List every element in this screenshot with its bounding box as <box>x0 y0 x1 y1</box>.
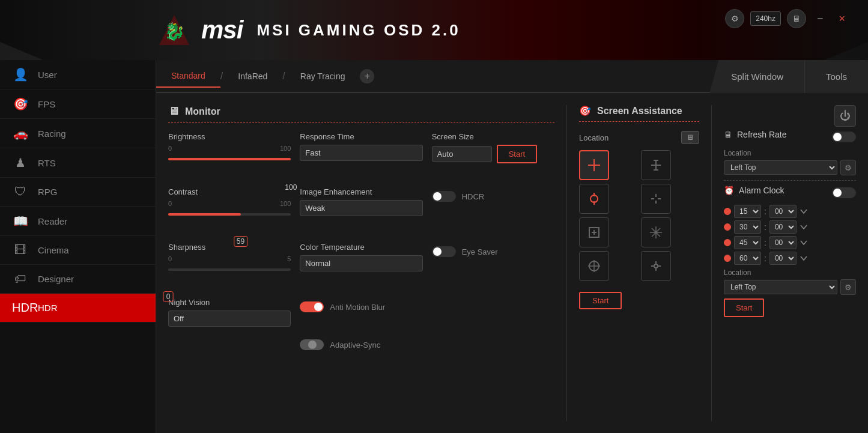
sidebar-item-fps[interactable]: 🎯 FPS <box>0 89 156 119</box>
refresh-rate-title: Refresh Rate <box>737 130 786 139</box>
sharpness-label: Sharpness <box>168 243 291 252</box>
alarm-hour-select-3[interactable]: 60 <box>734 252 761 265</box>
alarm-minute-select-1[interactable]: 00 <box>769 220 797 234</box>
refresh-rate-toggle[interactable] <box>832 132 856 142</box>
sidebar-item-reader[interactable]: 📖 Reader <box>0 207 156 236</box>
alarm-radio-1[interactable] <box>724 223 731 231</box>
sidebar-label-designer: Designer <box>38 274 74 284</box>
alarm-clock-title: Alarm Clock <box>739 186 784 195</box>
sidebar-item-rpg[interactable]: 🛡 RPG <box>0 178 156 207</box>
alarm-minute-select-3[interactable]: 00 <box>769 252 797 265</box>
hz-badge: 240hz <box>750 11 781 26</box>
sidebar-item-user[interactable]: 👤 User <box>0 60 156 89</box>
sidebar-item-rts[interactable]: ♟ RTS <box>0 148 156 178</box>
msi-logo-text: msi <box>201 16 243 44</box>
alarm-clock-start-button[interactable]: Start <box>724 298 764 317</box>
brightness-control: Brightness 0 100 100 <box>168 132 291 178</box>
sidebar-icon-designer: 🏷 <box>12 272 29 286</box>
image-enhancement-select[interactable]: Weak Off Medium Strong Strongest <box>300 200 422 216</box>
alarm-radio-2[interactable] <box>724 239 731 246</box>
refresh-rate-gear-button[interactable]: ⚙ <box>840 160 856 175</box>
crosshair-btn-5[interactable] <box>579 217 609 247</box>
minimize-button[interactable]: − <box>812 10 828 28</box>
tab-standard[interactable]: Standard <box>156 65 220 88</box>
sharpness-slider[interactable] <box>168 268 291 271</box>
crosshair-btn-2[interactable] <box>641 150 671 180</box>
sidebar-icon-reader: 📖 <box>12 214 29 228</box>
crosshair-btn-4[interactable] <box>641 184 671 214</box>
crosshair-btn-6[interactable] <box>641 217 671 247</box>
settings-icon[interactable]: ⚙ <box>725 9 744 28</box>
sidebar-icon-cinema: 🎞 <box>12 243 29 257</box>
crosshair-btn-7[interactable] <box>579 251 609 281</box>
vertical-divider-2 <box>711 105 712 421</box>
screen-assistance-title: 🎯 Screen Assistance <box>579 105 699 122</box>
crosshair-btn-1[interactable] <box>579 150 609 180</box>
screen-size-select[interactable]: Auto 4:3 16:9 <box>432 146 492 162</box>
monitor-icon[interactable]: 🖥 <box>787 9 806 28</box>
color-temperature-label: Color Temperature <box>300 243 422 252</box>
night-vision-select[interactable]: Off Normal Strong Strongest A.I. <box>168 310 291 327</box>
screen-assistance-start-button[interactable]: Start <box>579 292 622 309</box>
sidebar-icon-rpg: 🛡 <box>12 185 29 199</box>
svg-text:🐉: 🐉 <box>164 22 185 41</box>
refresh-rate-section: 🖥 Refresh Rate Location Left Top Right T… <box>724 130 856 175</box>
alarm-chevron-down-1 <box>800 223 808 231</box>
sidebar-label-hdr: HDR <box>38 303 58 313</box>
close-button[interactable]: × <box>834 10 850 28</box>
location-header: Location 🖥 <box>579 131 699 144</box>
hdcr-control: HDCR <box>432 187 554 234</box>
alarm-chevron-down-0 <box>800 207 808 216</box>
alarm-clock-toggle[interactable] <box>832 187 856 198</box>
alarm-clock-icon: ⏰ <box>724 186 734 195</box>
alarm-radio-3[interactable] <box>724 255 731 262</box>
color-temperature-select[interactable]: Normal Cool Warm User <box>300 255 422 271</box>
alarm-minute-select-2[interactable]: 00 <box>769 236 797 249</box>
sidebar-item-racing[interactable]: 🚗 Racing <box>0 119 156 148</box>
eye-saver-control: Eye Saver <box>432 243 554 289</box>
alarm-clock-location-select[interactable]: Left Top Right Top Left Bottom Right Bot… <box>724 280 837 294</box>
tools-tab[interactable]: Tools <box>804 60 868 93</box>
response-time-select[interactable]: Fast Normal Fastest <box>300 145 422 161</box>
brightness-slider[interactable] <box>168 158 291 160</box>
anti-motion-blur-toggle[interactable] <box>300 301 324 312</box>
split-window-tab[interactable]: Split Window <box>709 60 804 93</box>
alarm-radio-0[interactable] <box>724 208 731 215</box>
alarm-times-container: 15 : 00 30 : 00 45 : 00 <box>724 205 856 265</box>
alarm-clock-section: ⏰ Alarm Clock 15 : 00 30 : <box>724 186 856 317</box>
tab-raytracing[interactable]: Ray Tracing <box>285 65 360 87</box>
alarm-minute-select-0[interactable]: 00 <box>769 205 797 218</box>
right-tabs: Split Window Tools <box>709 60 868 93</box>
eye-saver-toggle[interactable] <box>432 246 456 257</box>
crosshair-btn-3[interactable] <box>579 184 609 214</box>
alarm-time-row-3: 60 : 00 <box>724 252 856 265</box>
night-vision-label: Night Vision <box>168 298 291 307</box>
response-time-control: Response Time Fast Normal Fastest <box>300 132 422 178</box>
contrast-slider[interactable] <box>168 213 291 216</box>
power-button[interactable]: ⏻ <box>834 105 856 127</box>
location-icon[interactable]: 🖥 <box>681 131 699 144</box>
adaptive-sync-toggle[interactable] <box>300 339 324 350</box>
image-enhancement-label: Image Enhancement <box>300 187 422 196</box>
screen-size-start-button[interactable]: Start <box>497 145 537 163</box>
sidebar-item-hdr[interactable]: HDR HDR <box>0 294 156 322</box>
sidebar-label-user: User <box>38 70 57 80</box>
sidebar-item-cinema[interactable]: 🎞 Cinema <box>0 236 156 265</box>
main-content: 🖥 Monitor Brightness 0 100 100 Resp <box>156 93 868 433</box>
svg-point-29 <box>654 264 658 268</box>
contrast-label: Contrast <box>168 187 291 196</box>
refresh-rate-location-select[interactable]: Left Top Right Top Left Bottom Right Bot… <box>724 160 837 175</box>
tab-add-button[interactable]: + <box>360 69 374 83</box>
sidebar-icon-rts: ♟ <box>12 156 29 170</box>
alarm-hour-select-1[interactable]: 30 <box>734 220 761 234</box>
sidebar-item-designer[interactable]: 🏷 Designer <box>0 265 156 294</box>
alarm-clock-gear-button[interactable]: ⚙ <box>840 279 856 295</box>
alarm-hour-select-0[interactable]: 15 <box>734 205 761 218</box>
hdcr-toggle[interactable] <box>432 191 456 202</box>
sidebar-icon-racing: 🚗 <box>12 126 29 141</box>
alarm-chevron-down-2 <box>800 238 808 247</box>
tab-infrared[interactable]: InfaRed <box>223 65 282 87</box>
title-bar: 🐉 msi MSI GAMING OSD 2.0 ⚙ 240hz 🖥 − × <box>0 0 868 60</box>
alarm-hour-select-2[interactable]: 45 <box>734 236 761 249</box>
crosshair-btn-8[interactable] <box>641 251 671 281</box>
